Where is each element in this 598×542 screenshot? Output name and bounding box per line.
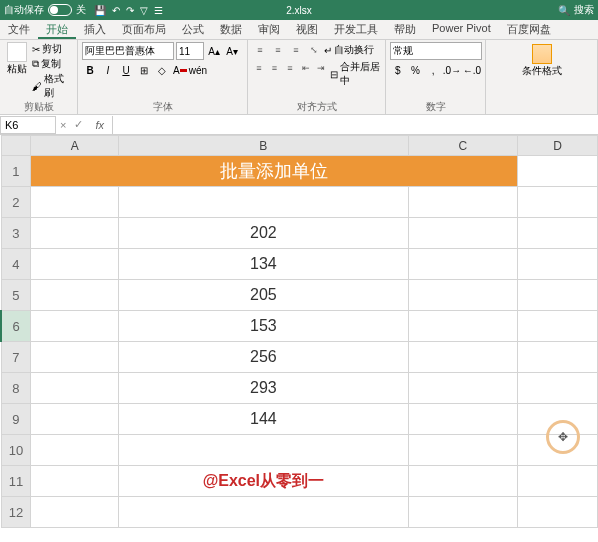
format-painter-button[interactable]: 🖌格式刷 xyxy=(32,72,73,100)
formula-bar[interactable] xyxy=(112,116,598,134)
italic-button[interactable]: I xyxy=(100,62,116,78)
font-family-combo[interactable]: 阿里巴巴普惠体 xyxy=(82,42,174,60)
row-header-12[interactable]: 12 xyxy=(1,497,31,528)
cell[interactable] xyxy=(31,218,119,249)
save-icon[interactable]: 💾 xyxy=(94,5,106,16)
row-header-9[interactable]: 9 xyxy=(1,404,31,435)
cell[interactable] xyxy=(518,187,598,218)
align-top-icon[interactable]: ≡ xyxy=(252,42,268,58)
decrease-font-icon[interactable]: A▾ xyxy=(224,43,240,59)
cell[interactable] xyxy=(408,249,518,280)
cell[interactable] xyxy=(408,311,518,342)
cell[interactable] xyxy=(119,497,408,528)
title-cell[interactable]: 批量添加单位 xyxy=(31,156,518,187)
data-cell[interactable]: 256 xyxy=(119,342,408,373)
row-header-1[interactable]: 1 xyxy=(1,156,31,187)
comma-icon[interactable]: , xyxy=(425,62,441,78)
tab-审阅[interactable]: 审阅 xyxy=(250,20,288,39)
col-header-B[interactable]: B xyxy=(119,136,408,156)
tab-视图[interactable]: 视图 xyxy=(288,20,326,39)
undo-icon[interactable]: ↶ xyxy=(112,5,120,16)
underline-button[interactable]: U xyxy=(118,62,134,78)
cell[interactable] xyxy=(518,497,598,528)
cell[interactable] xyxy=(31,342,119,373)
tab-插入[interactable]: 插入 xyxy=(76,20,114,39)
row-header-7[interactable]: 7 xyxy=(1,342,31,373)
paste-button[interactable]: 粘贴 xyxy=(4,42,30,100)
currency-icon[interactable]: $ xyxy=(390,62,406,78)
cell[interactable] xyxy=(518,249,598,280)
fill-color-button[interactable]: ◇ xyxy=(154,62,170,78)
fx-icon[interactable]: fx xyxy=(87,119,112,131)
cell[interactable] xyxy=(518,466,598,497)
font-color-button[interactable]: A xyxy=(172,62,188,78)
align-left-icon[interactable]: ≡ xyxy=(252,60,266,76)
col-header-A[interactable]: A xyxy=(31,136,119,156)
cell[interactable] xyxy=(31,466,119,497)
cell[interactable] xyxy=(518,156,598,187)
tab-开始[interactable]: 开始 xyxy=(38,20,76,39)
inc-decimal-icon[interactable]: .0→ xyxy=(443,62,461,78)
cell[interactable] xyxy=(408,218,518,249)
row-header-4[interactable]: 4 xyxy=(1,249,31,280)
touch-icon[interactable]: ☰ xyxy=(154,5,163,16)
autosave-toggle[interactable]: 自动保存 关 xyxy=(4,3,86,17)
cell[interactable] xyxy=(119,435,408,466)
phonetic-button[interactable]: wén xyxy=(190,62,206,78)
cell[interactable] xyxy=(408,342,518,373)
dec-decimal-icon[interactable]: ←.0 xyxy=(463,62,481,78)
cell[interactable] xyxy=(408,435,518,466)
col-header-C[interactable]: C xyxy=(408,136,518,156)
cell[interactable] xyxy=(31,280,119,311)
row-header-5[interactable]: 5 xyxy=(1,280,31,311)
align-center-icon[interactable]: ≡ xyxy=(268,60,282,76)
row-header-3[interactable]: 3 xyxy=(1,218,31,249)
spreadsheet-grid[interactable]: ABCD1批量添加单位23202413452056153725682939144… xyxy=(0,135,598,528)
merge-center-button[interactable]: ⊟合并后居中 xyxy=(330,60,381,88)
cell[interactable] xyxy=(408,187,518,218)
row-header-8[interactable]: 8 xyxy=(1,373,31,404)
wrap-text-button[interactable]: ↵自动换行 xyxy=(324,42,374,58)
cell[interactable] xyxy=(518,280,598,311)
cell[interactable] xyxy=(31,311,119,342)
select-all-corner[interactable] xyxy=(1,136,31,156)
cell[interactable] xyxy=(408,466,518,497)
watermark-cell[interactable]: @Excel从零到一 xyxy=(119,466,408,497)
data-cell[interactable]: 134 xyxy=(119,249,408,280)
col-header-D[interactable]: D xyxy=(518,136,598,156)
tab-数据[interactable]: 数据 xyxy=(212,20,250,39)
cell[interactable] xyxy=(31,249,119,280)
orientation-icon[interactable]: ⤡ xyxy=(306,42,322,58)
bold-button[interactable]: B xyxy=(82,62,98,78)
cell[interactable] xyxy=(518,342,598,373)
cell[interactable] xyxy=(31,404,119,435)
tab-帮助[interactable]: 帮助 xyxy=(386,20,424,39)
data-cell[interactable]: 205 xyxy=(119,280,408,311)
cell[interactable] xyxy=(518,373,598,404)
tab-公式[interactable]: 公式 xyxy=(174,20,212,39)
border-button[interactable]: ⊞ xyxy=(136,62,152,78)
row-header-10[interactable]: 10 xyxy=(1,435,31,466)
align-middle-icon[interactable]: ≡ xyxy=(270,42,286,58)
indent-inc-icon[interactable]: ⇥ xyxy=(314,60,328,76)
name-box[interactable]: K6 xyxy=(0,116,56,134)
enter-icon[interactable]: ✓ xyxy=(70,118,87,131)
cell[interactable] xyxy=(408,497,518,528)
cell[interactable] xyxy=(31,497,119,528)
cut-button[interactable]: ✂剪切 xyxy=(32,42,73,56)
search-icon[interactable]: 🔍 xyxy=(558,5,570,16)
search-placeholder[interactable]: 搜索 xyxy=(574,3,594,17)
align-bottom-icon[interactable]: ≡ xyxy=(288,42,304,58)
indent-dec-icon[interactable]: ⇤ xyxy=(299,60,313,76)
cell[interactable] xyxy=(408,280,518,311)
cell[interactable] xyxy=(408,373,518,404)
cell[interactable] xyxy=(119,187,408,218)
increase-font-icon[interactable]: A▴ xyxy=(206,43,222,59)
copy-button[interactable]: ⧉复制 xyxy=(32,57,73,71)
filter-icon[interactable]: ▽ xyxy=(140,5,148,16)
font-size-combo[interactable]: 11 xyxy=(176,42,204,60)
percent-icon[interactable]: % xyxy=(408,62,424,78)
tab-页面布局[interactable]: 页面布局 xyxy=(114,20,174,39)
cell[interactable] xyxy=(518,218,598,249)
cell[interactable] xyxy=(31,373,119,404)
